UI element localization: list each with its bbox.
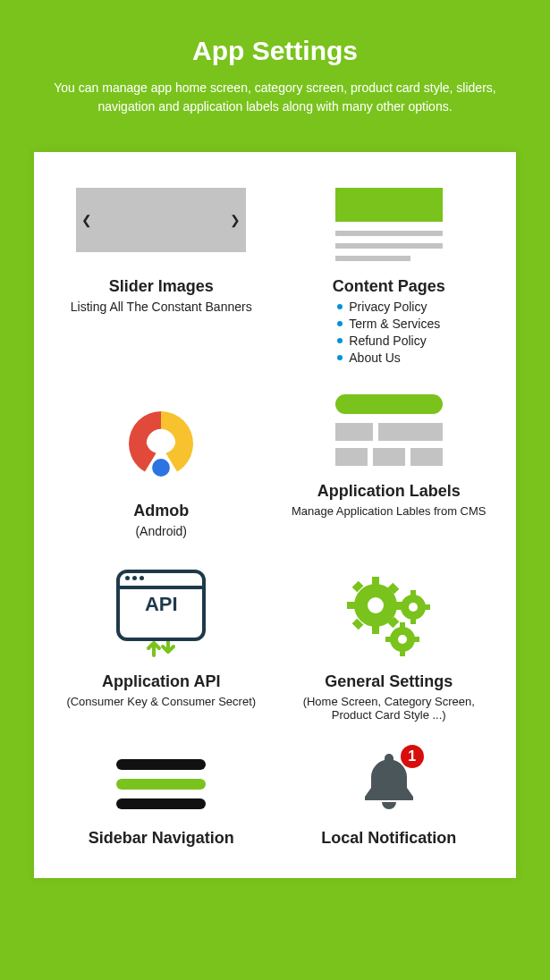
card-content-pages[interactable]: Content Pages Privacy Policy Term & Serv… [289,188,490,368]
svg-rect-19 [400,622,405,629]
settings-panel: ❮ ❯ Slider Images Listing All The Consta… [34,152,516,878]
gears-icon [289,565,490,663]
svg-rect-4 [372,623,379,634]
svg-point-18 [398,635,407,644]
chevron-left-icon: ❮ [81,213,92,227]
svg-rect-15 [396,604,403,610]
card-subtitle: Listing All The Constant Banners [61,300,262,314]
card-app-labels[interactable]: Application Labels Manage Application La… [289,394,490,538]
card-title: Admob [61,502,262,520]
labels-preview [335,394,443,466]
card-subtitle: (Android) [61,524,262,538]
slider-preview: ❮ ❯ [76,188,246,252]
card-subtitle: (Consumer Key & Consumer Secret) [61,695,262,708]
svg-rect-3 [372,577,379,587]
card-subtitle: Manage Application Lables from CMS [289,504,490,518]
card-title: Slider Images [61,277,262,296]
content-preview [335,188,443,261]
svg-rect-21 [385,637,393,642]
chevron-right-icon: ❯ [230,213,241,227]
svg-point-12 [409,603,418,612]
list-item: About Us [337,351,440,365]
card-title: Content Pages [289,277,490,296]
svg-rect-14 [410,617,416,624]
card-local-notification[interactable]: 1 Local Notification [289,748,490,851]
card-general-settings[interactable]: General Settings (Home Screen, Category … [289,565,490,722]
card-app-api[interactable]: API Application API (Consumer Key & Cons… [61,565,262,722]
admob-icon [61,394,262,493]
svg-rect-16 [423,604,430,610]
card-title: Application Labels [289,482,490,501]
list-item: Term & Services [337,317,440,331]
card-title: General Settings [289,672,490,691]
card-title: Local Notification [289,829,490,848]
card-sidebar-nav[interactable]: Sidebar Navigation [61,748,262,851]
svg-rect-22 [412,637,419,642]
list-item: Refund Policy [337,334,440,348]
card-subtitle: (Home Screen, Category Screen, Product C… [289,695,490,722]
card-admob[interactable]: Admob (Android) [61,394,262,538]
menu-icon [61,748,262,820]
card-slider-images[interactable]: ❮ ❯ Slider Images Listing All The Consta… [61,188,262,368]
page-title: App Settings [27,36,523,66]
svg-rect-13 [410,590,416,597]
svg-rect-5 [347,602,358,609]
api-icon: API [61,565,262,663]
content-items-list: Privacy Policy Term & Services Refund Po… [337,300,440,368]
card-title: Sidebar Navigation [61,829,262,848]
page-description: You can manage app home screen, category… [43,79,508,116]
card-title: Application API [61,672,262,691]
svg-point-0 [152,459,170,477]
list-item: Privacy Policy [337,300,440,314]
notification-badge: 1 [401,745,424,768]
bell-icon: 1 [289,748,490,820]
svg-point-2 [368,597,384,613]
svg-rect-20 [400,649,405,656]
